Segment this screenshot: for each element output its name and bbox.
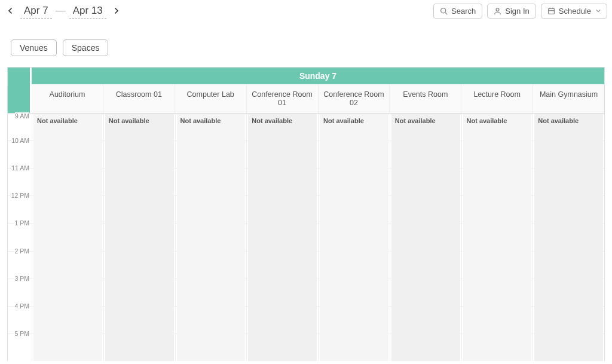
room-column[interactable]: Not available bbox=[103, 114, 175, 361]
svg-point-0 bbox=[441, 8, 446, 13]
chevron-down-icon bbox=[596, 8, 601, 13]
day-header-stub bbox=[8, 68, 32, 84]
top-bar: Apr 7 — Apr 13 Search Sign In Schedule bbox=[0, 0, 612, 19]
header-actions: Search Sign In Schedule bbox=[433, 4, 607, 19]
not-available-block: Not available bbox=[177, 114, 246, 361]
svg-rect-3 bbox=[548, 8, 554, 14]
not-available-block: Not available bbox=[320, 114, 388, 361]
spaces-filter-button[interactable]: Spaces bbox=[63, 39, 109, 56]
calendar: Sunday 7 AuditoriumClassroom 01Computer … bbox=[7, 67, 605, 361]
time-slot-label: 5 PM bbox=[8, 334, 32, 361]
not-available-block: Not available bbox=[33, 114, 102, 361]
room-column[interactable]: Not available bbox=[246, 114, 318, 361]
room-header[interactable]: Classroom 01 bbox=[103, 84, 175, 113]
room-header[interactable]: Computer Lab bbox=[175, 84, 247, 113]
time-axis: 9 AM10 AM11 AM12 PM1 PM2 PM3 PM4 PM5 PM bbox=[8, 114, 32, 361]
svg-line-1 bbox=[445, 12, 447, 14]
signin-label: Sign In bbox=[505, 7, 529, 16]
date-start[interactable]: Apr 7 bbox=[20, 4, 52, 19]
room-header[interactable]: Main Gymnasium bbox=[533, 84, 604, 113]
room-header[interactable]: Auditorium bbox=[32, 84, 103, 113]
search-button[interactable]: Search bbox=[433, 4, 482, 19]
search-icon bbox=[440, 7, 448, 15]
room-column[interactable]: Not available bbox=[390, 114, 461, 361]
schedule-dropdown[interactable]: Schedule bbox=[541, 4, 607, 19]
rooms-header-row: AuditoriumClassroom 01Computer LabConfer… bbox=[8, 84, 604, 114]
calendar-icon bbox=[547, 7, 555, 15]
not-available-block: Not available bbox=[534, 114, 603, 361]
room-header[interactable]: Events Room bbox=[390, 84, 461, 113]
room-column[interactable]: Not available bbox=[533, 114, 604, 361]
room-header[interactable]: Conference Room 01 bbox=[247, 84, 319, 113]
date-end[interactable]: Apr 13 bbox=[69, 4, 106, 19]
date-range-picker: Apr 7 — Apr 13 bbox=[5, 4, 122, 19]
user-icon bbox=[494, 7, 501, 15]
rooms-header-stub bbox=[8, 84, 32, 113]
not-available-block: Not available bbox=[248, 114, 317, 361]
svg-point-2 bbox=[496, 8, 499, 11]
day-header-row: Sunday 7 bbox=[8, 68, 604, 84]
venues-filter-button[interactable]: Venues bbox=[11, 39, 57, 56]
room-column[interactable]: Not available bbox=[461, 114, 533, 361]
date-separator: — bbox=[56, 5, 66, 17]
room-column[interactable]: Not available bbox=[175, 114, 247, 361]
room-header[interactable]: Lecture Room bbox=[461, 84, 533, 113]
signin-button[interactable]: Sign In bbox=[487, 4, 536, 19]
filter-row: Venues Spaces bbox=[0, 19, 612, 56]
room-columns: Not availableNot availableNot availableN… bbox=[32, 114, 604, 361]
room-column[interactable]: Not available bbox=[32, 114, 103, 361]
search-label: Search bbox=[451, 7, 476, 16]
not-available-block: Not available bbox=[105, 114, 174, 361]
calendar-grid: 9 AM10 AM11 AM12 PM1 PM2 PM3 PM4 PM5 PM … bbox=[8, 114, 604, 361]
room-header[interactable]: Conference Room 02 bbox=[319, 84, 390, 113]
schedule-label: Schedule bbox=[559, 7, 591, 16]
not-available-block: Not available bbox=[463, 114, 532, 361]
not-available-block: Not available bbox=[391, 114, 460, 361]
room-column[interactable]: Not available bbox=[318, 114, 390, 361]
day-label: Sunday 7 bbox=[32, 68, 604, 84]
next-week-button[interactable] bbox=[110, 5, 122, 17]
prev-week-button[interactable] bbox=[5, 5, 17, 17]
